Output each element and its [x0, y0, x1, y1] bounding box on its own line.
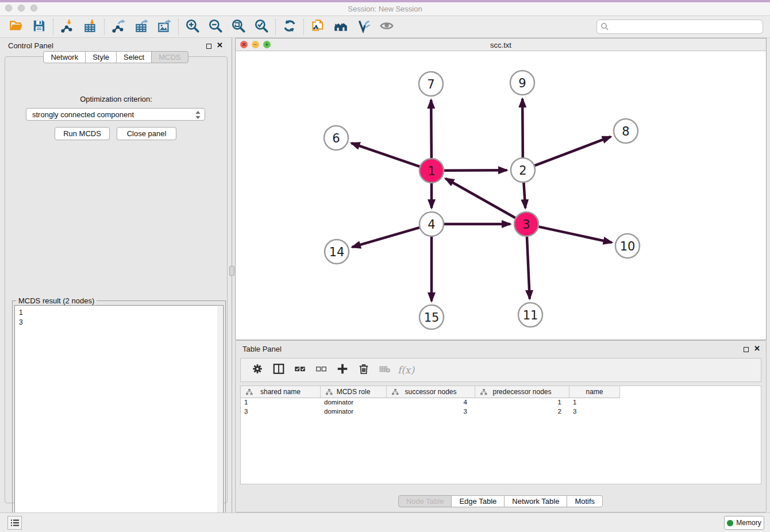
- edge-1-2[interactable]: [444, 170, 507, 171]
- home-button[interactable]: [329, 18, 352, 36]
- column-header-predecessor-nodes[interactable]: predecessor nodes: [475, 386, 569, 398]
- vertical-splitter[interactable]: [229, 38, 235, 512]
- control-panel: Control Panel ✕ NetworkStyleSelectMCDS O…: [3, 39, 229, 504]
- delete-table-button[interactable]: [374, 360, 395, 380]
- control-panel-close-icon[interactable]: ✕: [217, 41, 223, 49]
- tab-network[interactable]: Network: [43, 51, 86, 63]
- zoom-out-button[interactable]: [204, 18, 227, 36]
- table-row[interactable]: 1dominator411: [241, 398, 761, 407]
- control-panel-float-icon[interactable]: [206, 44, 211, 49]
- edge-3-11[interactable]: [527, 237, 530, 299]
- open-session-button[interactable]: [5, 18, 28, 36]
- vizmapper-button[interactable]: [352, 18, 375, 36]
- run-mcds-button[interactable]: Run MCDS: [55, 127, 110, 140]
- cell-shared-name[interactable]: 1: [241, 398, 321, 407]
- open-session-icon: [9, 18, 24, 36]
- delete-column-button[interactable]: [353, 360, 374, 380]
- edge-2-3[interactable]: [523, 183, 525, 208]
- edge-1-6[interactable]: [351, 143, 419, 167]
- control-panel-tabs: NetworkStyleSelectMCDS: [5, 51, 227, 63]
- table-panel-close-icon[interactable]: ✕: [754, 344, 760, 353]
- column-header-successor-nodes[interactable]: successor nodes: [387, 386, 475, 398]
- mcds-result-title: MCDS result (2 nodes): [16, 296, 97, 305]
- edge-1-7[interactable]: [431, 100, 432, 158]
- save-session-button[interactable]: [28, 18, 51, 36]
- optimization-criterion-dropdown[interactable]: strongly connected component: [26, 108, 205, 121]
- splitter-handle[interactable]: [229, 266, 234, 276]
- node-label-2: 2: [519, 164, 526, 178]
- result-scrollbar[interactable]: [217, 306, 222, 514]
- function-builder-button[interactable]: f(x): [395, 360, 417, 380]
- cell-successor-nodes[interactable]: 4: [387, 398, 475, 407]
- tab-style[interactable]: Style: [85, 51, 117, 63]
- column-header-name[interactable]: name: [569, 386, 620, 398]
- column-header-MCDS-role[interactable]: MCDS role: [321, 386, 387, 398]
- optimization-criterion-label: Optimization criterion:: [5, 95, 227, 103]
- show-details-button[interactable]: [375, 18, 398, 36]
- toolbar-separator: [53, 19, 53, 35]
- mcds-result-textarea[interactable]: 13: [14, 305, 224, 515]
- edge-4-14[interactable]: [352, 228, 419, 247]
- import-network-icon: [60, 18, 75, 36]
- cell-MCDS-role[interactable]: dominator: [321, 398, 387, 407]
- zoom-fit-button[interactable]: [227, 18, 250, 36]
- save-session-icon: [32, 18, 47, 36]
- select-all-button[interactable]: [289, 360, 310, 380]
- table-panel-title: Table Panel: [242, 345, 282, 353]
- task-history-button[interactable]: [7, 516, 22, 530]
- node-label-14: 14: [329, 245, 345, 259]
- tab-network-table[interactable]: Network Table: [504, 495, 567, 507]
- memory-button[interactable]: Memory: [724, 516, 764, 530]
- node-label-15: 15: [424, 311, 440, 325]
- clone-network-icon: [310, 18, 325, 36]
- network-canvas[interactable]: 7968124314101511: [236, 51, 766, 340]
- add-column-button[interactable]: [332, 360, 353, 380]
- tab-select[interactable]: Select: [116, 51, 152, 63]
- search-input[interactable]: [596, 20, 763, 34]
- result-line: 3: [19, 318, 223, 327]
- tab-mcds[interactable]: MCDS: [151, 51, 188, 63]
- close-panel-button[interactable]: Close panel: [117, 127, 176, 140]
- table-panel-float-icon[interactable]: [744, 347, 749, 352]
- edge-2-8[interactable]: [535, 137, 611, 165]
- cell-successor-nodes[interactable]: 3: [387, 407, 475, 417]
- cell-name[interactable]: 3: [569, 407, 620, 417]
- node-label-9: 9: [518, 76, 526, 90]
- import-table-button[interactable]: [79, 18, 102, 36]
- column-header-shared-name[interactable]: shared name: [241, 386, 321, 398]
- export-table-button[interactable]: [130, 18, 153, 36]
- network-window-titlebar[interactable]: ✕ − + scc.txt: [236, 38, 766, 51]
- memory-label: Memory: [736, 519, 761, 527]
- table-tabs: Node TableEdge TableNetwork TableMotifs: [236, 495, 766, 507]
- network-view-window: ✕ − + scc.txt 7968124314101511: [235, 38, 767, 340]
- import-network-button[interactable]: [56, 18, 79, 36]
- export-table-icon: [134, 18, 149, 36]
- split-columns-button[interactable]: [268, 360, 289, 380]
- export-network-button[interactable]: [107, 18, 130, 36]
- deselect-all-button[interactable]: [310, 360, 332, 380]
- search-field: [596, 20, 763, 34]
- refresh-button[interactable]: [278, 18, 301, 36]
- tab-node-table[interactable]: Node Table: [398, 495, 452, 507]
- cell-predecessor-nodes[interactable]: 1: [475, 398, 569, 407]
- export-image-button[interactable]: [153, 18, 176, 36]
- node-label-7: 7: [427, 78, 434, 91]
- dropdown-value: strongly connected component: [32, 110, 134, 119]
- cell-shared-name[interactable]: 3: [241, 407, 321, 417]
- tab-motifs[interactable]: Motifs: [567, 495, 603, 507]
- cell-predecessor-nodes[interactable]: 2: [475, 407, 569, 417]
- zoom-in-button[interactable]: [181, 18, 204, 36]
- zoom-selected-button[interactable]: [250, 18, 273, 36]
- status-bar: Memory: [0, 512, 770, 532]
- delete-table-icon: [379, 363, 391, 377]
- search-icon: [600, 22, 609, 33]
- cell-name[interactable]: 1: [569, 398, 620, 407]
- table-row[interactable]: 3dominator323: [241, 407, 761, 417]
- edge-3-1[interactable]: [445, 179, 515, 218]
- clone-network-button[interactable]: [306, 18, 329, 36]
- cell-MCDS-role[interactable]: dominator: [321, 407, 387, 417]
- tab-edge-table[interactable]: Edge Table: [451, 495, 505, 507]
- settings-gear-button[interactable]: [247, 360, 268, 380]
- edge-3-10[interactable]: [539, 227, 612, 242]
- edge-2-9[interactable]: [522, 99, 523, 157]
